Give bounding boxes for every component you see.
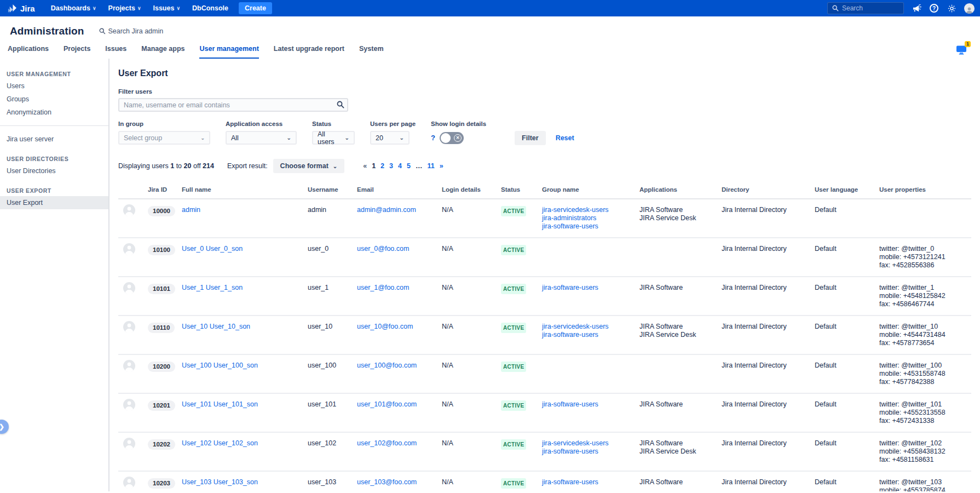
full-name-cell: admin bbox=[177, 199, 303, 238]
tab-system[interactable]: System bbox=[359, 45, 383, 59]
pagination-next[interactable]: » bbox=[440, 162, 443, 170]
full-name-cell: User_101 User_101_son bbox=[177, 393, 303, 432]
user-language-cell: Default bbox=[810, 316, 875, 354]
pagination-page-5[interactable]: 5 bbox=[407, 162, 411, 170]
group-link[interactable]: jira-servicedesk-users bbox=[542, 323, 631, 331]
nav-item-label: Dashboards bbox=[51, 4, 90, 12]
applications-cell: JIRA SoftwareJIRA Service Desk bbox=[635, 316, 717, 354]
email-link[interactable]: user_0@foo.com bbox=[357, 245, 433, 253]
group-name-cell: jira-servicedesk-usersjira-software-user… bbox=[538, 316, 635, 354]
username-cell: user_0 bbox=[303, 238, 353, 277]
search-icon bbox=[832, 5, 839, 12]
status-cell: ACTIVE bbox=[497, 432, 538, 471]
tab-manage-apps[interactable]: Manage apps bbox=[141, 45, 185, 59]
user-property: fax: +4577842388 bbox=[879, 378, 967, 386]
monitor-badge: 1 bbox=[965, 41, 971, 47]
user-property: twitter: @twitter_10 bbox=[879, 323, 967, 331]
tab-applications[interactable]: Applications bbox=[8, 45, 49, 59]
search-icon[interactable] bbox=[337, 101, 344, 111]
tab-latest-upgrade-report[interactable]: Latest upgrade report bbox=[274, 45, 344, 59]
filter-users-input[interactable] bbox=[118, 98, 348, 112]
gear-icon[interactable] bbox=[947, 3, 956, 13]
email-link[interactable]: user_1@foo.com bbox=[357, 284, 433, 292]
filter-users-label: Filter users bbox=[118, 88, 971, 95]
jira-id-cell: 10000 bbox=[143, 199, 177, 238]
status-badge: ACTIVE bbox=[501, 245, 526, 255]
username-cell: admin bbox=[303, 199, 353, 238]
status-select[interactable]: All users⌄ bbox=[312, 131, 355, 145]
pagination-page-3[interactable]: 3 bbox=[389, 162, 393, 170]
full-name-link[interactable]: User_100 User_100_son bbox=[182, 362, 299, 370]
nav-item-label: DbConsole bbox=[192, 4, 228, 12]
email-link[interactable]: admin@admin.com bbox=[357, 206, 433, 214]
sidebar-item-anonymization[interactable]: Anonymization bbox=[0, 106, 108, 119]
pagination-page-4[interactable]: 4 bbox=[398, 162, 402, 170]
group-link[interactable]: jira-software-users bbox=[542, 331, 631, 339]
email-link[interactable]: user_101@foo.com bbox=[357, 400, 433, 409]
admin-search-link[interactable]: Search Jira admin bbox=[99, 27, 163, 35]
status-cell: ACTIVE bbox=[497, 393, 538, 432]
full-name-link[interactable]: User_103 User_103_son bbox=[182, 478, 299, 486]
megaphone-icon[interactable] bbox=[912, 3, 921, 13]
search-icon-small bbox=[99, 28, 106, 35]
group-link[interactable]: jira-servicedesk-users bbox=[542, 439, 631, 448]
user-avatar-icon bbox=[123, 250, 136, 257]
group-link[interactable]: jira-software-users bbox=[542, 478, 631, 486]
sidebar-item-groups[interactable]: Groups bbox=[0, 93, 108, 106]
email-link[interactable]: user_10@foo.com bbox=[357, 323, 433, 331]
filter-button[interactable]: Filter bbox=[515, 131, 546, 145]
email-cell: user_10@foo.com bbox=[353, 316, 437, 354]
content-title: User Export bbox=[118, 68, 971, 78]
users-per-page-select[interactable]: 20⌄ bbox=[370, 131, 410, 145]
pagination-page-11[interactable]: 11 bbox=[427, 162, 434, 170]
help-question-icon[interactable]: ? bbox=[431, 134, 435, 142]
full-name-link[interactable]: User_102 User_102_son bbox=[182, 439, 299, 448]
group-link[interactable]: jira-software-users bbox=[542, 284, 631, 292]
full-name-link[interactable]: User_101 User_101_son bbox=[182, 400, 299, 409]
pagination-page-2[interactable]: 2 bbox=[381, 162, 384, 170]
monitor-alert-icon[interactable]: 1 bbox=[956, 45, 967, 57]
sidebar-item-users[interactable]: Users bbox=[0, 79, 108, 93]
nav-search[interactable] bbox=[827, 2, 904, 14]
nav-item-projects[interactable]: Projects∨ bbox=[108, 4, 141, 12]
sidebar-item-jira-user-server[interactable]: Jira user server bbox=[0, 133, 108, 146]
show-login-toggle[interactable]: ✕ bbox=[440, 132, 464, 144]
tab-issues[interactable]: Issues bbox=[105, 45, 126, 59]
email-link[interactable]: user_103@foo.com bbox=[357, 478, 433, 486]
help-icon[interactable]: ? bbox=[929, 3, 939, 13]
group-link[interactable]: jira-software-users bbox=[542, 222, 631, 231]
jira-id-badge: 10000 bbox=[148, 206, 175, 216]
user-avatar[interactable] bbox=[964, 3, 975, 14]
jira-brand[interactable]: Jira bbox=[8, 4, 35, 13]
column-header-user-properties: User properties bbox=[875, 183, 971, 199]
full-name-link[interactable]: User_1 User_1_son bbox=[182, 284, 299, 292]
pagination-prev[interactable]: « bbox=[363, 162, 367, 170]
jira-id-cell: 10200 bbox=[143, 354, 177, 393]
sidebar-item-user-export[interactable]: User Export bbox=[0, 196, 108, 209]
group-link[interactable]: jira-software-users bbox=[542, 400, 631, 409]
reset-link[interactable]: Reset bbox=[556, 134, 574, 142]
application-access-select[interactable]: All⌄ bbox=[226, 131, 297, 145]
group-link[interactable]: jira-administrators bbox=[542, 214, 631, 222]
in-group-select[interactable]: Select group⌄ bbox=[118, 131, 210, 145]
status-badge: ACTIVE bbox=[501, 362, 526, 372]
nav-item-dashboards[interactable]: Dashboards∨ bbox=[51, 4, 96, 12]
status-cell: ACTIVE bbox=[497, 277, 538, 316]
group-link[interactable]: jira-software-users bbox=[542, 448, 631, 456]
full-name-link[interactable]: User_0 User_0_son bbox=[182, 245, 299, 253]
group-name-cell: jira-software-users bbox=[538, 277, 635, 316]
sidebar-item-user-directories[interactable]: User Directories bbox=[0, 164, 108, 177]
tab-projects[interactable]: Projects bbox=[64, 45, 90, 59]
full-name-link[interactable]: User_10 User_10_son bbox=[182, 323, 299, 331]
username-cell: user_10 bbox=[303, 316, 353, 354]
full-name-link[interactable]: admin bbox=[182, 206, 299, 214]
choose-format-button[interactable]: Choose format ⌄ bbox=[273, 159, 345, 173]
email-link[interactable]: user_102@foo.com bbox=[357, 439, 433, 448]
email-link[interactable]: user_100@foo.com bbox=[357, 362, 433, 370]
nav-search-input[interactable] bbox=[842, 4, 897, 12]
group-link[interactable]: jira-servicedesk-users bbox=[542, 206, 631, 214]
create-button[interactable]: Create bbox=[239, 2, 272, 14]
nav-item-issues[interactable]: Issues∨ bbox=[153, 4, 180, 12]
tab-user-management[interactable]: User management bbox=[199, 45, 258, 59]
nav-item-dbconsole[interactable]: DbConsole bbox=[192, 4, 228, 12]
